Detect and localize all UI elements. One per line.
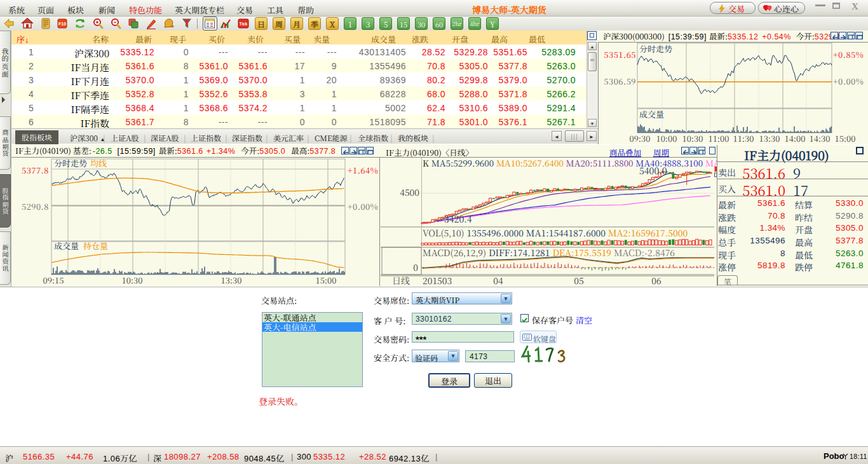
svg-text:+1.64%: +1.64% [348,164,378,176]
svg-text:15:00: 15:00 [835,132,856,144]
svg-text:11:30: 11:30 [733,132,754,144]
svg-text:VOL(5,10) 1355496.0000 MA1:154: VOL(5,10) 1355496.0000 MA1:1544187.6000 … [423,226,688,239]
svg-text:成交量: 成交量 [639,108,664,120]
svg-text:5400.0→: 5400.0→ [639,164,676,177]
svg-text:+0.00%: +0.00% [833,75,864,87]
svg-text:分时走势: 分时走势 [639,43,672,55]
svg-text:10:00: 10:00 [656,132,677,144]
svg-text:0: 0 [413,261,418,273]
svg-text:09:15: 09:15 [43,274,64,286]
svg-text:F10: F10 [58,22,66,26]
svg-text:10:30: 10:30 [122,274,143,286]
svg-text:5290.8: 5290.8 [22,200,49,212]
svg-text:5351.65: 5351.65 [604,48,636,60]
svg-text:MACD(26,12,9) DIFF:174.1281 DE: MACD(26,12,9) DIFF:174.1281 DEA:175.5519… [423,246,675,259]
svg-text:15:00: 15:00 [316,274,337,286]
svg-text:09:30: 09:30 [630,132,651,144]
svg-text:13:30: 13:30 [221,274,242,286]
svg-text:14:00: 14:00 [785,132,806,144]
svg-text:11:00: 11:00 [709,132,729,144]
svg-text:10:30: 10:30 [682,132,703,144]
svg-text:4500: 4500 [400,186,419,198]
svg-text:←3420.4: ←3420.4 [435,212,472,225]
svg-text:5377.8: 5377.8 [22,164,49,176]
svg-text:成交量: 成交量 [54,240,79,252]
svg-text:+0.00%: +0.00% [348,200,378,212]
svg-text:Tick: Tick [240,22,248,26]
svg-text:5306.59: 5306.59 [604,75,636,87]
svg-text:均线: 均线 [90,158,107,169]
svg-text:13:30: 13:30 [759,132,780,144]
svg-text:14:30: 14:30 [810,132,831,144]
svg-text:+0.85%: +0.85% [833,48,864,60]
svg-text:持仓量: 持仓量 [83,240,108,252]
svg-text:分时走势: 分时走势 [54,158,87,169]
